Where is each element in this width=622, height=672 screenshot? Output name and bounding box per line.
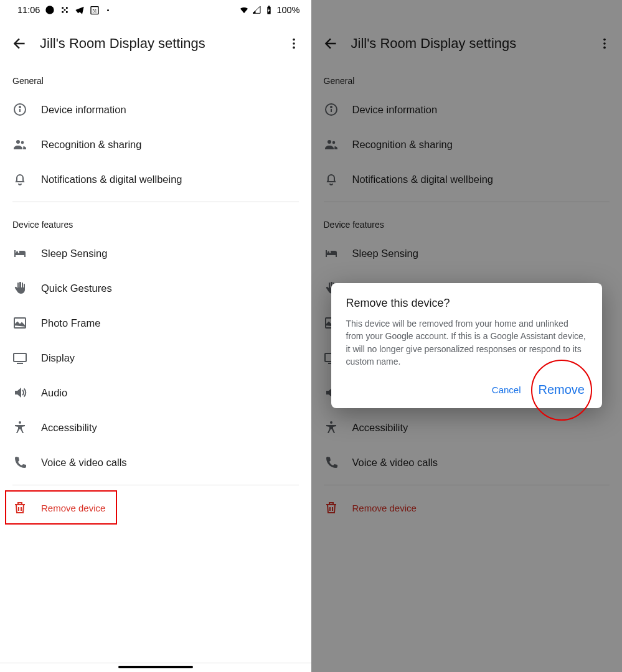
- item-label: Sleep Sensing: [352, 248, 418, 259]
- item-remove-device[interactable]: Remove device: [311, 490, 623, 525]
- trash-icon: [324, 500, 339, 515]
- speaker-icon: [12, 385, 27, 400]
- item-sleep-sensing[interactable]: Sleep Sensing: [311, 236, 623, 271]
- section-header-general: General: [311, 63, 623, 92]
- signal-icon: [563, 5, 573, 15]
- battery-text: 100%: [276, 5, 299, 15]
- dialog-remove-button[interactable]: Remove: [536, 379, 587, 401]
- bell-icon: [12, 172, 27, 187]
- phone-icon: [324, 455, 339, 470]
- svg-point-0: [46, 6, 54, 14]
- section-header-general: General: [0, 63, 311, 92]
- item-label: Voice & video calls: [41, 457, 127, 469]
- item-label: Recognition & sharing: [41, 139, 141, 151]
- display-icon: [12, 350, 27, 365]
- item-label: Remove device: [41, 503, 105, 513]
- svg-point-10: [21, 141, 24, 144]
- dialog-title: Remove this device?: [346, 297, 588, 310]
- item-recognition-sharing[interactable]: Recognition & sharing: [311, 127, 623, 162]
- nav-handle[interactable]: [429, 666, 504, 668]
- more-button[interactable]: [596, 35, 613, 52]
- bell-icon: [324, 172, 339, 187]
- section-header-features: Device features: [0, 207, 311, 236]
- svg-point-20: [603, 42, 606, 45]
- item-accessibility[interactable]: Accessibility: [311, 410, 623, 445]
- svg-point-19: [603, 39, 606, 41]
- svg-text:31: 31: [93, 9, 98, 13]
- item-accessibility[interactable]: Accessibility: [0, 410, 311, 445]
- bed-icon: [324, 246, 339, 261]
- svg-point-24: [331, 106, 332, 108]
- more-notifications-dot: [107, 9, 109, 11]
- slack-icon: [60, 5, 70, 15]
- svg-point-5: [293, 47, 295, 49]
- status-bar-left: 11:06 31: [329, 5, 420, 15]
- wifi-icon: [239, 5, 249, 15]
- item-label: Display: [41, 352, 75, 364]
- svg-point-16: [357, 6, 365, 14]
- item-device-information[interactable]: Device information: [311, 92, 623, 127]
- remove-device-dialog: Remove this device? This device will be …: [331, 283, 603, 408]
- page-title: Jill's Room Display settings: [351, 35, 585, 52]
- item-voice-video-calls[interactable]: Voice & video calls: [311, 445, 623, 480]
- svg-point-26: [332, 141, 335, 144]
- dialog-actions: Cancel Remove: [346, 379, 588, 401]
- svg-point-4: [293, 42, 295, 45]
- people-icon: [324, 137, 339, 152]
- wifi-icon: [550, 5, 560, 15]
- slack-icon: [371, 5, 381, 15]
- page-title: Jill's Room Display settings: [40, 35, 274, 52]
- back-button[interactable]: [11, 35, 29, 52]
- phone-screen-right: 11:06 31 100% Jill's Room Display settin…: [311, 0, 623, 672]
- item-recognition-sharing[interactable]: Recognition & sharing: [0, 127, 311, 162]
- divider: [12, 202, 299, 202]
- telegram-icon: [75, 5, 85, 15]
- calendar-icon: 31: [90, 5, 100, 15]
- nav-handle[interactable]: [118, 666, 193, 668]
- svg-point-27: [327, 251, 329, 253]
- item-label: Device information: [352, 104, 438, 116]
- info-icon: [324, 102, 339, 117]
- item-label: Notifications & digital wellbeing: [41, 174, 182, 185]
- status-bar: 11:06 31 100%: [311, 0, 623, 17]
- status-bar-right: 100%: [239, 5, 299, 15]
- battery-icon: [264, 5, 274, 15]
- svg-point-9: [16, 140, 20, 144]
- divider: [324, 485, 610, 485]
- svg-text:31: 31: [403, 9, 408, 13]
- status-time: 11:06: [329, 5, 351, 15]
- item-photo-frame[interactable]: Photo Frame: [0, 306, 311, 340]
- item-remove-device[interactable]: Remove device: [0, 490, 311, 525]
- svg-point-8: [19, 106, 21, 108]
- item-device-information[interactable]: Device information: [0, 92, 311, 127]
- trash-icon: [12, 500, 27, 515]
- item-label: Quick Gestures: [41, 282, 112, 294]
- item-display[interactable]: Display: [0, 340, 311, 375]
- status-bar-right: 100%: [550, 5, 611, 15]
- messenger-icon: [356, 5, 366, 15]
- more-button[interactable]: [285, 35, 303, 52]
- people-icon: [12, 137, 27, 152]
- item-label: Remove device: [352, 503, 417, 513]
- item-sleep-sensing[interactable]: Sleep Sensing: [0, 236, 311, 271]
- svg-point-22: [326, 104, 337, 115]
- svg-point-25: [327, 140, 331, 144]
- back-button[interactable]: [323, 35, 340, 52]
- item-notifications-wellbeing[interactable]: Notifications & digital wellbeing: [0, 162, 311, 197]
- item-label: Audio: [41, 387, 67, 399]
- image-icon: [12, 315, 27, 330]
- section-header-features: Device features: [311, 207, 623, 236]
- item-audio[interactable]: Audio: [0, 375, 311, 410]
- dialog-cancel-button[interactable]: Cancel: [489, 381, 524, 399]
- item-quick-gestures[interactable]: Quick Gestures: [0, 271, 311, 306]
- svg-point-31: [330, 421, 332, 424]
- item-voice-video-calls[interactable]: Voice & video calls: [0, 445, 311, 480]
- svg-point-21: [603, 47, 606, 49]
- svg-point-15: [19, 421, 21, 424]
- item-notifications-wellbeing[interactable]: Notifications & digital wellbeing: [311, 162, 623, 197]
- item-label: Accessibility: [41, 422, 97, 434]
- status-bar: 11:06 31 100%: [0, 0, 311, 17]
- info-icon: [12, 102, 27, 117]
- item-label: Sleep Sensing: [41, 248, 107, 259]
- svg-rect-13: [14, 353, 26, 362]
